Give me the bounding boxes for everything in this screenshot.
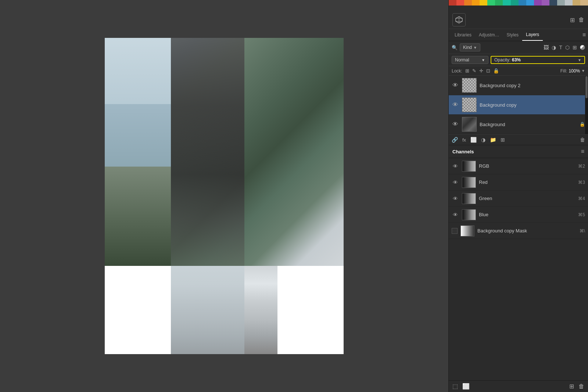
duplicate-icon[interactable]: ⊞ — [569, 383, 574, 390]
filter-adjust-icon[interactable]: ◑ — [552, 44, 556, 50]
layer-visibility-icon[interactable]: 👁 — [452, 121, 459, 128]
add-mask-icon[interactable]: ⬜ — [470, 137, 477, 143]
channel-thumbnail — [462, 161, 476, 172]
filter-text-icon[interactable]: T — [559, 44, 562, 50]
channel-visibility-icon[interactable]: 👁 — [452, 163, 459, 169]
channel-mask-checkbox[interactable] — [452, 228, 458, 234]
channel-mask-shortcut: ⌘\ — [580, 228, 585, 234]
new-channel-icon[interactable]: ⬜ — [462, 383, 470, 390]
channel-thumbnail — [462, 209, 476, 220]
layer-thumbnail — [462, 78, 477, 93]
link-layers-icon[interactable]: 🔗 — [452, 137, 458, 143]
channel-mask-name: Background copy Mask — [477, 228, 577, 234]
filter-icons: 🖼 ◑ T ⬡ ⊞ — [544, 44, 585, 50]
layer-visibility-icon[interactable]: 👁 — [452, 101, 459, 108]
blend-row: Normal ▼ Opacity: 63% ▼ — [449, 54, 588, 66]
channel-thumbnail — [462, 177, 476, 188]
channel-name: Green — [479, 196, 575, 201]
fill-value: 100% — [569, 68, 580, 74]
add-group-icon[interactable]: 📁 — [490, 137, 496, 143]
layer-name: Background copy — [480, 102, 585, 108]
channels-header: Channels ≡ — [449, 145, 588, 158]
layer-name: Background copy 2 — [480, 83, 585, 88]
delete-layer-icon[interactable]: 🗑 — [580, 137, 585, 143]
lock-paint-icon[interactable]: ✎ — [472, 68, 476, 74]
opacity-chevron-icon: ▼ — [578, 58, 581, 62]
channel-shortcut: ⌘3 — [578, 180, 585, 185]
opacity-label: Opacity: — [494, 57, 510, 63]
channel-item-mask[interactable]: Background copy Mask ⌘\ — [449, 223, 588, 239]
layer-actions: 🔗 fx ⬜ ◑ 📁 ⊞ 🗑 — [449, 134, 588, 145]
white-panel-br — [277, 266, 344, 354]
add-fx-icon[interactable]: fx — [462, 137, 466, 143]
channels-panel: Channels ≡ 👁 RGB ⌘2 👁 Red ⌘3 👁 Green ⌘4 … — [449, 145, 588, 380]
channel-name: Red — [479, 179, 575, 185]
adjustment-icon[interactable]: ◑ — [481, 137, 485, 143]
lock-pixels-icon[interactable]: ⊞ — [465, 68, 469, 74]
channel-visibility-icon[interactable]: 👁 — [452, 179, 459, 185]
selection-icon[interactable]: ⬚ — [452, 383, 458, 390]
panel-tab-menu[interactable]: ≡ — [582, 32, 586, 38]
layer-visibility-icon[interactable]: 👁 — [452, 82, 459, 89]
layer-item[interactable]: 👁 Background 🔒 — [449, 115, 588, 134]
channels-title: Channels — [452, 149, 581, 154]
color-swatches — [449, 0, 588, 11]
add-layer-icon[interactable]: ⊞ — [501, 137, 505, 143]
layer-item[interactable]: 👁 Background copy — [449, 95, 588, 115]
layer-lock-icon: 🔒 — [580, 122, 585, 127]
channel-item-green[interactable]: 👁 Green ⌘4 — [449, 190, 588, 207]
delete-channel-icon[interactable]: 🗑 — [578, 383, 584, 390]
channel-visibility-icon[interactable]: 👁 — [452, 196, 459, 202]
layer-thumbnail — [462, 97, 477, 112]
filter-image-icon[interactable]: 🖼 — [544, 44, 549, 50]
tab-libraries[interactable]: Libraries — [451, 29, 475, 40]
lock-all-icon[interactable]: 🔒 — [493, 68, 499, 74]
fill-chevron-icon: ▼ — [581, 69, 585, 73]
channel-visibility-icon[interactable]: 👁 — [452, 212, 459, 218]
tab-adjustments[interactable]: Adjustm… — [475, 29, 503, 40]
channel-item-blue[interactable]: 👁 Blue ⌘5 — [449, 207, 588, 223]
top-icon-bar: ⊞ 🗑 — [449, 11, 588, 29]
fill-label: Fill: — [560, 68, 567, 74]
channel-shortcut: ⌘2 — [578, 164, 585, 169]
layer-item[interactable]: 👁 Background copy 2 — [449, 76, 588, 95]
channel-name: Blue — [479, 212, 575, 217]
bottom-action-bar: ⬚ ⬜ ⊞ 🗑 — [449, 380, 588, 392]
opacity-value: 63% — [512, 57, 521, 63]
channels-menu-icon[interactable]: ≡ — [581, 148, 584, 155]
lock-artboard-icon[interactable]: ⊡ — [486, 68, 490, 74]
lock-label: Lock: — [452, 68, 462, 74]
filter-circle-icon[interactable] — [580, 45, 585, 50]
channel-mask-thumbnail — [460, 225, 474, 236]
search-icon: 🔍 — [452, 45, 458, 50]
blend-chevron-icon: ▼ — [481, 58, 485, 62]
panel-tabs: Libraries Adjustm… Styles Layers ≡ — [449, 29, 588, 41]
fill-section: Fill: 100% ▼ — [560, 68, 585, 74]
layer-scrollbar-thumb[interactable] — [585, 76, 588, 98]
kind-chevron-icon: ▼ — [473, 46, 477, 50]
filter-effect-icon[interactable]: ⊞ — [573, 44, 577, 50]
channel-item-red[interactable]: 👁 Red ⌘3 — [449, 174, 588, 190]
lock-move-icon[interactable]: ✛ — [479, 68, 483, 74]
canvas-content — [105, 38, 344, 354]
lock-icons: ⊞ ✎ ✛ ⊡ 🔒 — [465, 68, 499, 74]
tab-layers[interactable]: Layers — [522, 29, 543, 41]
kind-dropdown[interactable]: Kind ▼ — [460, 43, 480, 51]
3d-cube-icon[interactable] — [452, 13, 466, 26]
channel-item-rgb[interactable]: 👁 RGB ⌘2 — [449, 158, 588, 174]
tab-styles[interactable]: Styles — [503, 29, 522, 40]
delete-icon[interactable]: 🗑 — [578, 17, 584, 23]
canvas-area — [0, 0, 448, 392]
layer-scrollbar[interactable] — [585, 76, 588, 134]
opacity-control[interactable]: Opacity: 63% ▼ — [491, 56, 585, 64]
layers-list: 👁 Background copy 2 👁 Background copy 👁 … — [449, 76, 588, 134]
layer-name: Background — [480, 122, 577, 127]
layer-thumbnail — [462, 117, 477, 132]
filter-row: 🔍 Kind ▼ 🖼 ◑ T ⬡ ⊞ — [449, 41, 588, 54]
photo-main — [105, 38, 344, 266]
lock-row: Lock: ⊞ ✎ ✛ ⊡ 🔒 Fill: 100% ▼ — [449, 66, 588, 76]
blend-mode-dropdown[interactable]: Normal ▼ — [452, 56, 488, 64]
filter-shape-icon[interactable]: ⬡ — [565, 44, 570, 50]
white-panel-bl — [105, 266, 171, 354]
copy-to-library-icon[interactable]: ⊞ — [570, 17, 575, 24]
